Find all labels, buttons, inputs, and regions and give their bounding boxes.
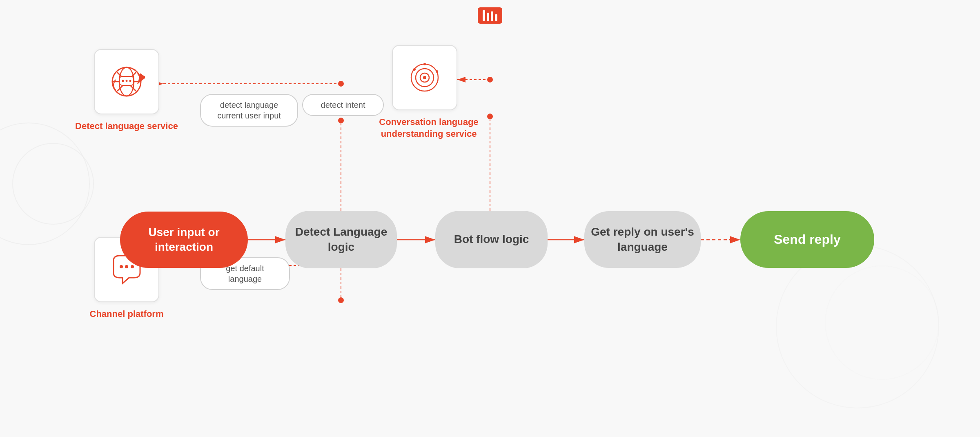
- svg-point-36: [423, 63, 426, 65]
- conv-lang-service-label: Conversation language understanding serv…: [368, 116, 490, 140]
- svg-point-41: [131, 265, 134, 268]
- diagram: Detect language service Conversation lan…: [0, 0, 980, 437]
- svg-point-35: [423, 76, 426, 79]
- detect-intent-oval: detect intent: [302, 94, 384, 116]
- svg-point-29: [122, 80, 124, 82]
- svg-point-30: [126, 80, 128, 82]
- detect-lang-service-label: Detect language service: [69, 120, 184, 132]
- svg-rect-0: [483, 10, 485, 21]
- top-logo: [478, 7, 502, 24]
- svg-point-13: [338, 81, 344, 87]
- svg-point-39: [120, 265, 123, 268]
- svg-rect-3: [495, 14, 497, 21]
- svg-point-20: [338, 297, 344, 303]
- bot-flow-node[interactable]: Bot flow logic: [435, 211, 548, 268]
- svg-rect-1: [487, 13, 489, 21]
- svg-point-40: [125, 265, 128, 268]
- send-reply-node[interactable]: Send reply: [740, 211, 874, 268]
- conv-lang-icon-box: [392, 45, 457, 110]
- channel-platform-label: Channel platform: [76, 308, 178, 320]
- get-reply-node[interactable]: Get reply on user's language: [584, 211, 701, 268]
- detect-lang-icon-box: [94, 49, 159, 114]
- svg-point-37: [436, 70, 438, 73]
- user-input-node[interactable]: User input or interaction: [120, 212, 248, 268]
- detect-lang-current-oval: detect language current user input: [200, 94, 298, 127]
- svg-point-31: [129, 80, 131, 82]
- svg-point-11: [338, 118, 344, 123]
- svg-rect-2: [491, 11, 493, 21]
- svg-point-38: [413, 68, 416, 71]
- detect-language-node[interactable]: Detect Language logic: [285, 211, 397, 268]
- svg-point-17: [487, 77, 493, 82]
